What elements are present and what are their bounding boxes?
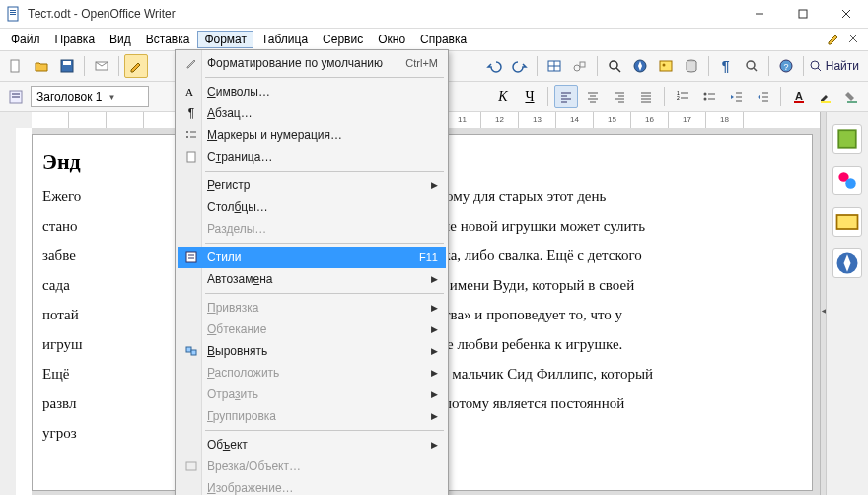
svg-rect-23 [660,61,672,71]
table-button[interactable] [542,54,566,78]
menu-format[interactable]: Формат [197,31,253,48]
svg-rect-71 [838,130,856,148]
menu-item-page[interactable]: Страница… [178,146,446,168]
svg-rect-2 [10,12,16,13]
gallery-button[interactable] [654,54,678,78]
find-toolbar[interactable]: Найти [809,59,864,73]
align-left-button[interactable] [554,85,578,108]
edit-pencil-icon[interactable] [827,32,840,48]
help-button[interactable]: ? [774,54,798,78]
svg-marker-59 [731,95,734,99]
format-menu-dropdown: Форматирование по умолчанию Ctrl+M A Сим… [175,49,449,495]
submenu-arrow-icon: ▶ [431,411,438,421]
sidebar-navigator-button[interactable] [832,248,862,278]
datasource-button[interactable] [680,54,703,78]
svg-rect-10 [11,60,19,72]
navigator-button[interactable] [628,54,652,78]
svg-text:A: A [795,90,803,102]
submenu-arrow-icon: ▶ [431,440,438,450]
menu-window[interactable]: Окно [371,31,412,48]
menu-file[interactable]: Файл [4,31,47,48]
svg-rect-68 [794,101,804,103]
vertical-ruler[interactable] [16,128,33,495]
zoom-button[interactable] [740,54,763,78]
paragraph-style-value: Заголовок 1 [36,90,102,104]
menu-item-autocorrect[interactable]: Автозамена▶ [178,268,446,290]
submenu-arrow-icon: ▶ [431,303,438,313]
draw-button[interactable] [568,54,592,78]
open-button[interactable] [30,54,53,78]
menu-item-flip: Отразить▶ [178,384,446,405]
menu-item-align[interactable]: Выровнять▶ [178,340,446,362]
italic-button[interactable]: К [491,85,515,108]
menu-item-image: Изображение… [178,477,446,495]
styles-dialog-button[interactable] [4,85,28,108]
indent-button[interactable] [751,85,774,108]
menu-item-frame: Врезка/Объект… [178,456,446,477]
paragraph-icon: ¶ [181,106,201,120]
menu-view[interactable]: Вид [103,31,138,48]
underline-button[interactable]: Ч [518,85,542,108]
svg-text:A: A [185,86,193,98]
undo-button[interactable] [482,54,506,78]
nonprint-button[interactable]: ¶ [714,54,738,78]
menu-item-columns[interactable]: Столбцы… [178,196,446,218]
svg-rect-1 [10,10,16,11]
align-icon [181,344,201,358]
new-doc-button[interactable] [4,54,28,78]
svg-marker-63 [758,95,760,99]
maximize-button[interactable] [781,0,825,28]
menu-edit[interactable]: Правка [48,31,103,48]
menu-item-bullets[interactable]: Маркеры и нумерация… [178,124,446,146]
numbering-button[interactable]: 12 [671,85,694,108]
highlight-button[interactable] [814,85,837,108]
frame-icon [181,460,201,473]
svg-point-30 [811,61,819,69]
svg-rect-70 [847,101,857,103]
menu-item-styles[interactable]: Стили F11 [178,247,446,268]
find-button[interactable] [603,54,626,78]
sidebar-properties-button[interactable] [832,124,862,154]
outdent-button[interactable] [724,85,748,108]
submenu-arrow-icon: ▶ [431,274,438,284]
menu-item-group: Группировка▶ [178,405,446,427]
sidebar-gallery-button[interactable] [832,207,862,237]
svg-point-78 [186,131,188,133]
svg-text:2: 2 [677,95,680,101]
menu-item-object[interactable]: Объект▶ [178,434,446,456]
menu-insert[interactable]: Вставка [139,31,197,48]
app-icon [6,6,22,22]
svg-rect-88 [186,462,196,470]
save-button[interactable] [55,54,79,78]
menu-table[interactable]: Таблица [254,31,315,48]
doc-close-icon[interactable] [848,33,858,46]
search-icon [809,59,823,73]
close-button[interactable] [825,0,868,28]
svg-rect-87 [191,350,196,355]
menu-item-character[interactable]: A Символы… [178,81,446,103]
styles-icon [181,250,201,264]
svg-point-17 [574,65,580,71]
submenu-arrow-icon: ▶ [431,389,438,399]
menu-help[interactable]: Справка [413,31,473,48]
sidebar-styles-button[interactable] [832,166,862,195]
align-center-button[interactable] [581,85,605,108]
svg-rect-74 [837,215,858,229]
paragraph-style-combo[interactable]: Заголовок 1 ▼ [31,86,149,107]
character-icon: A [181,85,201,99]
align-justify-button[interactable] [634,85,658,108]
menu-item-arrange: Расположить▶ [178,362,446,384]
svg-rect-18 [580,62,585,67]
bgcolor-button[interactable] [840,85,864,108]
menu-item-paragraph[interactable]: ¶ Абзац… [178,103,446,124]
font-color-button[interactable]: A [787,85,811,108]
menu-item-default-formatting[interactable]: Форматирование по умолчанию Ctrl+M [178,52,446,74]
align-right-button[interactable] [608,85,631,108]
menu-tools[interactable]: Сервис [316,31,370,48]
edit-mode-button[interactable] [124,54,148,78]
redo-button[interactable] [508,54,532,78]
bullets-button[interactable] [697,85,721,108]
minimize-button[interactable] [738,0,781,28]
menu-item-case[interactable]: Регистр▶ [178,175,446,196]
mail-button[interactable] [90,54,113,78]
